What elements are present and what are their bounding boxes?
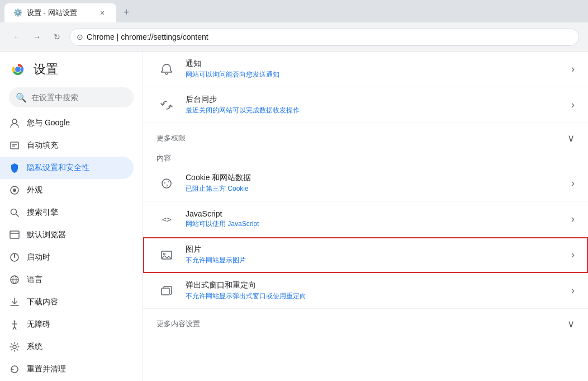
back-button[interactable]: ← bbox=[9, 29, 25, 45]
tab-bar: ⚙️ 设置 - 网站设置 × + bbox=[0, 0, 588, 22]
svg-line-24 bbox=[15, 327, 16, 330]
more-content-header[interactable]: 更多内容设置 ∨ bbox=[143, 309, 588, 335]
sidebar-item-language[interactable]: 语言 bbox=[0, 269, 134, 291]
svg-point-28 bbox=[167, 185, 168, 186]
sidebar-search: 🔍 bbox=[0, 83, 143, 112]
notification-subtitle: 网站可以询问能否向您发送通知 bbox=[186, 70, 567, 79]
sidebar-item-autofill[interactable]: 自动填充 bbox=[0, 134, 134, 157]
browser-icon bbox=[9, 229, 20, 241]
sidebar-label-profile: 您与 Google bbox=[27, 118, 70, 128]
cookie-title: Cookie 和网站数据 bbox=[186, 173, 567, 183]
sidebar-label-system: 系统 bbox=[27, 342, 42, 352]
javascript-text: JavaScript 网站可以使用 JavaScript bbox=[186, 209, 567, 229]
startup-icon bbox=[9, 252, 20, 263]
sidebar-item-reset[interactable]: 重置并清理 bbox=[0, 358, 134, 380]
reset-icon bbox=[9, 364, 20, 375]
popup-chevron: › bbox=[571, 285, 575, 297]
sidebar-item-startup[interactable]: 启动时 bbox=[0, 246, 134, 269]
svg-point-29 bbox=[168, 181, 169, 182]
notification-text: 通知 网站可以询问能否向您发送通知 bbox=[186, 59, 567, 79]
url-text: Chrome | chrome://settings/content bbox=[87, 32, 572, 41]
popup-text: 弹出式窗口和重定向 不允许网站显示弹出式窗口或使用重定向 bbox=[186, 280, 567, 301]
more-content-expand[interactable]: ∨ bbox=[567, 318, 575, 330]
image-title: 图片 bbox=[186, 244, 567, 255]
popup-item[interactable]: 弹出式窗口和重定向 不允许网站显示弹出式窗口或使用重定向 › bbox=[143, 273, 588, 309]
bg-sync-subtitle: 最近关闭的网站可以完成数据收发操作 bbox=[186, 106, 567, 115]
url-chrome: Chrome bbox=[87, 32, 115, 41]
sidebar-item-accessibility[interactable]: 无障碍 bbox=[0, 313, 134, 336]
sidebar-item-appearance[interactable]: 外观 bbox=[0, 179, 134, 201]
tab-close-button[interactable]: × bbox=[97, 8, 107, 18]
svg-point-9 bbox=[13, 189, 16, 192]
sidebar-item-privacy[interactable]: 隐私设置和安全性 bbox=[0, 157, 134, 179]
url-bar[interactable]: ⊙ Chrome | chrome://settings/content bbox=[69, 28, 579, 46]
more-permissions-header[interactable]: 更多权限 ∨ bbox=[143, 123, 588, 149]
sidebar-item-profile[interactable]: 您与 Google bbox=[0, 112, 134, 134]
sidebar-header: 设置 bbox=[0, 51, 143, 83]
site-security-icon: ⊙ bbox=[77, 32, 83, 41]
forward-button[interactable]: → bbox=[29, 29, 45, 45]
svg-point-3 bbox=[15, 67, 21, 72]
url-path: chrome://settings/content bbox=[121, 32, 208, 41]
sidebar-item-browser[interactable]: 默认浏览器 bbox=[0, 224, 134, 246]
svg-rect-12 bbox=[10, 231, 19, 238]
cookie-item[interactable]: Cookie 和网站数据 已阻止第三方 Cookie › bbox=[143, 166, 588, 201]
sidebar-label-privacy: 隐私设置和安全性 bbox=[27, 163, 89, 173]
active-tab[interactable]: ⚙️ 设置 - 网站设置 × bbox=[4, 3, 116, 22]
settings-list: 通知 网站可以询问能否向您发送通知 › 后台同步 最近关闭的网站可以完成数据收发… bbox=[143, 51, 588, 335]
main-content: 通知 网站可以询问能否向您发送通知 › 后台同步 最近关闭的网站可以完成数据收发… bbox=[143, 51, 588, 381]
notification-item[interactable]: 通知 网站可以询问能否向您发送通知 › bbox=[143, 51, 588, 87]
svg-line-23 bbox=[13, 327, 15, 330]
sidebar-item-system[interactable]: 系统 bbox=[0, 336, 134, 358]
search-icon: 🔍 bbox=[16, 92, 27, 103]
address-bar: ← → ↻ ⊙ Chrome | chrome://settings/conte… bbox=[0, 22, 588, 51]
cookie-subtitle: 已阻止第三方 Cookie bbox=[186, 184, 567, 194]
image-icon bbox=[157, 245, 177, 265]
cookie-icon bbox=[157, 173, 177, 194]
svg-point-4 bbox=[12, 119, 17, 124]
notification-chevron: › bbox=[571, 63, 575, 75]
search-box[interactable]: 🔍 bbox=[9, 87, 134, 107]
svg-text:<>: <> bbox=[162, 215, 172, 224]
more-permissions-expand[interactable]: ∨ bbox=[567, 132, 575, 144]
svg-point-26 bbox=[162, 179, 171, 188]
javascript-icon: <> bbox=[157, 209, 177, 229]
sidebar-label-startup: 启动时 bbox=[27, 252, 50, 262]
svg-rect-33 bbox=[162, 288, 169, 295]
more-permissions-label: 更多权限 bbox=[157, 133, 186, 143]
image-text: 图片 不允许网站显示图片 bbox=[186, 244, 567, 265]
search-input[interactable] bbox=[31, 93, 127, 102]
svg-line-11 bbox=[16, 214, 18, 217]
image-subtitle: 不允许网站显示图片 bbox=[186, 256, 567, 265]
sidebar-title: 设置 bbox=[34, 61, 58, 78]
reload-button[interactable]: ↻ bbox=[49, 29, 65, 45]
bg-sync-title: 后台同步 bbox=[186, 95, 567, 105]
svg-point-27 bbox=[164, 182, 165, 184]
appearance-icon bbox=[9, 185, 20, 196]
svg-point-32 bbox=[164, 253, 165, 255]
cookie-text: Cookie 和网站数据 已阻止第三方 Cookie bbox=[186, 173, 567, 194]
bg-sync-item[interactable]: 后台同步 最近关闭的网站可以完成数据收发操作 › bbox=[143, 87, 588, 123]
sidebar-nav: 您与 Google 自动填充 隐私设置和安全性 bbox=[0, 112, 143, 381]
javascript-subtitle: 网站可以使用 JavaScript bbox=[186, 219, 567, 229]
javascript-chevron: › bbox=[571, 213, 575, 225]
sidebar-label-download: 下载内容 bbox=[27, 297, 58, 307]
tab-title: 设置 - 网站设置 bbox=[27, 8, 93, 18]
profile-icon bbox=[9, 117, 20, 129]
svg-point-10 bbox=[11, 209, 17, 215]
image-chevron: › bbox=[571, 249, 575, 261]
content-label: 内容 bbox=[157, 153, 171, 163]
search-engine-icon bbox=[9, 207, 20, 218]
more-content-label: 更多内容设置 bbox=[157, 319, 200, 329]
bg-sync-text: 后台同步 最近关闭的网站可以完成数据收发操作 bbox=[186, 95, 567, 115]
javascript-item[interactable]: <> JavaScript 网站可以使用 JavaScript › bbox=[143, 201, 588, 237]
sidebar-item-download[interactable]: 下载内容 bbox=[0, 291, 134, 313]
sidebar-label-search: 搜索引擎 bbox=[27, 208, 58, 218]
javascript-title: JavaScript bbox=[186, 209, 567, 218]
sidebar-label-appearance: 外观 bbox=[27, 185, 42, 195]
image-item[interactable]: 图片 不允许网站显示图片 › bbox=[143, 237, 588, 273]
sidebar-item-search[interactable]: 搜索引擎 bbox=[0, 201, 134, 224]
new-tab-button[interactable]: + bbox=[118, 4, 134, 20]
bg-sync-icon bbox=[157, 95, 177, 115]
notification-icon bbox=[157, 59, 177, 79]
